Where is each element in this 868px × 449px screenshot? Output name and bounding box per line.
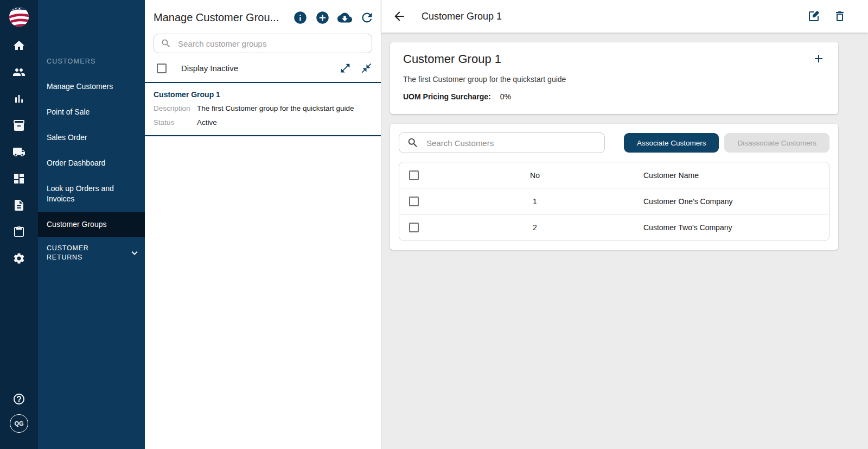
- list-panel-actions: [293, 10, 374, 25]
- display-inactive-label: Display Inactive: [181, 64, 238, 73]
- customers-table: No Customer Name 1 Customer One's Compan…: [399, 162, 829, 241]
- search-icon: [407, 137, 419, 149]
- select-all-checkbox[interactable]: [409, 170, 419, 180]
- sidebar-item-manage-customers[interactable]: Manage Customers: [38, 74, 145, 99]
- search-icon: [161, 38, 171, 49]
- sidebar-item-order-dashboard[interactable]: Order Dashboard: [38, 150, 145, 176]
- bar-chart-icon[interactable]: [12, 92, 25, 105]
- add-circle-icon[interactable]: [315, 10, 330, 25]
- associated-customers-card: Associate Customers Disassociate Custome…: [390, 124, 838, 250]
- display-inactive-checkbox[interactable]: [157, 64, 167, 73]
- group-item-title: Customer Group 1: [154, 90, 372, 99]
- customer-name: Customer One's Company: [633, 197, 829, 206]
- customer-no: 2: [437, 223, 633, 232]
- document-icon[interactable]: [12, 199, 25, 212]
- group-item-status-label: Status: [154, 118, 197, 127]
- detail-header: Customer Group 1: [381, 0, 868, 33]
- back-arrow-icon[interactable]: [392, 9, 406, 23]
- collapse-panel-icon[interactable]: [361, 62, 372, 74]
- user-avatar[interactable]: QG: [10, 414, 28, 433]
- sidebar-section-customers: CUSTOMERS: [38, 58, 145, 74]
- associate-customers-button[interactable]: Associate Customers: [624, 133, 719, 153]
- clipboard-icon[interactable]: [12, 225, 25, 238]
- list-panel-title: Manage Customer Grou...: [154, 11, 293, 24]
- customer-search-input[interactable]: [425, 138, 597, 148]
- rail-bottom: QG: [10, 393, 28, 433]
- package-box-icon[interactable]: [12, 119, 25, 132]
- detail-header-actions: [807, 10, 846, 23]
- group-search-input[interactable]: [177, 39, 365, 49]
- detail-header-title: Customer Group 1: [422, 11, 502, 22]
- detail-body: Customer Group 1 The first Customer grou…: [381, 33, 868, 449]
- customers-table-header-row: No Customer Name: [399, 162, 829, 188]
- group-summary-card: Customer Group 1 The first Customer grou…: [390, 42, 838, 114]
- customer-search-field[interactable]: [399, 132, 605, 153]
- refresh-icon[interactable]: [360, 10, 374, 25]
- expand-panel-icon[interactable]: [340, 62, 351, 74]
- delete-trash-icon[interactable]: [833, 10, 846, 23]
- app-root: QG CUSTOMERS Manage Customers Point of S…: [0, 0, 868, 449]
- sidebar-item-customer-groups[interactable]: Customer Groups: [38, 212, 145, 237]
- cloud-download-icon[interactable]: [337, 10, 352, 25]
- app-logo[interactable]: [9, 7, 29, 27]
- group-summary-description: The first Customer group for the quickst…: [403, 75, 825, 84]
- list-panel-header: Manage Customer Grou...: [145, 0, 381, 83]
- group-search-field[interactable]: [154, 34, 372, 53]
- group-detail-panel: Customer Group 1 Customer Group 1 The f: [381, 0, 868, 449]
- help-icon[interactable]: [12, 393, 25, 406]
- display-inactive-row: Display Inactive: [157, 62, 372, 82]
- uom-surcharge-value: 0%: [500, 92, 511, 101]
- sidebar-item-sales-order[interactable]: Sales Order: [38, 125, 145, 150]
- group-item-status-value: Active: [197, 118, 217, 127]
- home-icon[interactable]: [12, 39, 25, 52]
- customer-no: 1: [437, 197, 633, 206]
- list-item-customer-group-1[interactable]: Customer Group 1 Description The first C…: [145, 83, 381, 136]
- add-icon[interactable]: [812, 52, 825, 65]
- customer-table-row[interactable]: 2 Customer Two's Company: [399, 214, 829, 241]
- sidebar-nav: CUSTOMERS Manage Customers Point of Sale…: [38, 0, 145, 449]
- customer-name: Customer Two's Company: [633, 223, 829, 232]
- chevron-down-icon: [129, 247, 141, 259]
- icon-rail: QG: [0, 0, 38, 449]
- column-header-customer-name: Customer Name: [633, 171, 829, 180]
- customer-group-list: Customer Group 1 Description The first C…: [145, 83, 381, 136]
- settings-gear-icon[interactable]: [12, 252, 25, 265]
- sidebar-item-point-of-sale[interactable]: Point of Sale: [38, 99, 145, 125]
- sidebar-section-customer-returns[interactable]: CUSTOMER RETURNS: [38, 237, 145, 269]
- sidebar-item-lookup-orders-invoices[interactable]: Look up Orders and Invoices: [38, 176, 145, 212]
- disassociate-customers-button[interactable]: Disassociate Customers: [724, 133, 829, 153]
- column-header-no: No: [437, 171, 633, 180]
- group-summary-title: Customer Group 1: [403, 52, 812, 66]
- dashboard-grid-icon[interactable]: [12, 172, 25, 185]
- group-item-description-value: The first Customer group for the quickst…: [197, 104, 354, 113]
- people-icon[interactable]: [12, 66, 25, 79]
- row-checkbox[interactable]: [409, 223, 419, 232]
- group-item-description-label: Description: [154, 104, 197, 113]
- info-icon[interactable]: [293, 10, 308, 25]
- rail-icon-list: [12, 39, 25, 265]
- customer-groups-list-panel: Manage Customer Grou...: [145, 0, 381, 449]
- delivery-truck-icon[interactable]: [12, 146, 25, 159]
- row-checkbox[interactable]: [409, 197, 419, 206]
- customers-toolbar: Associate Customers Disassociate Custome…: [399, 132, 829, 153]
- customer-table-row[interactable]: 1 Customer One's Company: [399, 188, 829, 214]
- sidebar-section-customer-returns-label: CUSTOMER RETURNS: [47, 244, 101, 262]
- edit-icon[interactable]: [807, 10, 820, 23]
- uom-surcharge-label: UOM Pricing Surcharge:: [403, 92, 491, 101]
